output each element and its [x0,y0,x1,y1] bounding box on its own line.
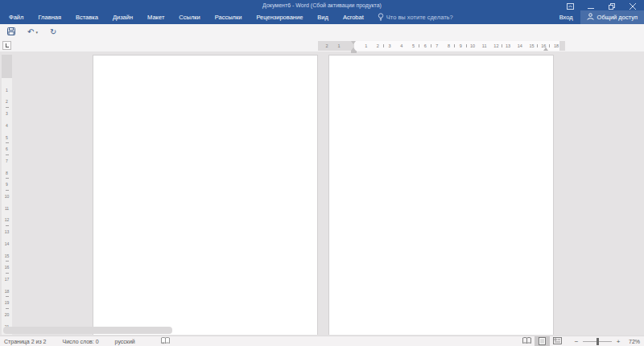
ruler-number: 10 [469,43,476,49]
web-layout-icon [553,337,562,345]
tell-me-label: Что вы хотите сделать? [386,14,453,21]
right-indent-marker[interactable] [543,45,548,51]
vertical-ruler-number: 15 [2,253,12,258]
tab-acrobat[interactable]: Acrobat [336,10,371,24]
page-indicator[interactable]: Страница 2 из 2 [0,339,54,344]
zoom-level[interactable]: 72% [623,339,644,344]
vertical-ruler-number: 20 [2,312,12,317]
sign-in-button[interactable]: Вход [552,14,580,21]
ribbon-tabs: ФайлГлавнаяВставкаДизайнМакетСсылкиРассы… [2,10,371,24]
undo-icon: ↶ [27,28,34,36]
zoom-out-button[interactable]: − [572,338,581,345]
print-layout-button[interactable] [535,336,550,346]
document-page-2[interactable] [328,55,554,335]
vertical-ruler-number: 8 [2,171,12,175]
share-button[interactable]: Общий доступ [580,10,644,24]
person-icon [587,13,594,22]
proofing-book-icon [161,337,170,345]
ruler-number: 11 [481,43,488,49]
print-layout-icon [539,337,546,346]
status-bar: Страница 2 из 2 Число слов: 0 русский [0,336,644,346]
tab-layout[interactable]: Макет [140,10,171,24]
tell-me-box[interactable]: Что вы хотите сделать? [378,13,453,23]
save-button[interactable] [7,27,15,37]
tab-home[interactable]: Главная [31,10,68,24]
vertical-ruler-number: 10 [2,194,12,199]
ruler-right-margin [559,41,565,51]
undo-button[interactable]: ↶ ▾ [27,28,38,36]
read-mode-button[interactable] [519,336,535,346]
ruler-number: 18 [553,43,559,49]
language-indicator[interactable]: русский [107,339,143,344]
vertical-ruler-number: 6 [2,146,12,151]
vertical-ruler-number: 9 [2,182,12,187]
document-page-1[interactable] [93,55,318,335]
quick-access-toolbar: ↶ ▾ ↻ [0,24,644,40]
tab-stop-selector[interactable] [2,41,11,50]
redo-icon: ↻ [50,28,56,36]
undo-dropdown-icon[interactable]: ▾ [35,28,38,36]
restore-icon [609,3,615,10]
vertical-ruler-number: 2 [2,99,12,104]
ruler-number: 8 [447,43,451,49]
vertical-ruler-number: 18 [2,289,12,294]
vertical-ruler-number: 13 [2,229,12,234]
vertical-ruler-number: 1 [2,88,12,93]
vertical-ruler-number: 5 [2,135,12,140]
ruler-number: 1 [364,43,368,49]
tab-view[interactable]: Вид [310,10,336,24]
vertical-ruler-number: 17 [2,277,12,282]
vertical-ruler-top-margin [2,55,12,78]
zoom-slider[interactable] [583,336,612,346]
horizontal-scrollbar-thumb[interactable] [3,327,172,334]
zoom-in-button[interactable]: + [613,338,623,345]
ruler-number: 9 [459,43,463,49]
vertical-ruler-number: 4 [2,123,12,128]
ribbon-tab-bar: ФайлГлавнаяВставкаДизайнМакетСсылкиРассы… [2,10,453,24]
tab-insert[interactable]: Вставка [68,10,105,24]
ruler-number: 7 [435,43,439,49]
web-layout-button[interactable] [550,336,565,346]
ruler-number: 2 [376,43,380,49]
share-label: Общий доступ [597,14,638,21]
tab-references[interactable]: Ссылки [171,10,207,24]
word-window: Документ6 - Word (Сбой активации продукт… [0,0,644,346]
hanging-indent-marker[interactable] [351,45,356,51]
left-indent-marker[interactable] [351,51,357,53]
status-bar-left: Страница 2 из 2 Число слов: 0 русский [0,337,170,345]
word-count[interactable]: Число слов: 0 [54,339,106,344]
ruler-number: 5 [411,43,415,49]
titlebar: Документ6 - Word (Сбой активации продукт… [0,0,644,24]
redo-button[interactable]: ↻ [50,28,56,36]
tab-design[interactable]: Дизайн [105,10,140,24]
vertical-ruler-number: 19 [2,300,12,305]
vertical-ruler[interactable]: 123456789101112131415161718192021 [2,55,12,335]
tab-mailings[interactable]: Рассылки [208,10,250,24]
vertical-ruler-number: 12 [2,217,12,222]
proofing-status-button[interactable] [161,337,170,345]
vertical-ruler-number: 7 [2,159,12,163]
ruler-number: 12 [493,43,499,49]
horizontal-ruler[interactable]: 211234567891011121314151618 [318,41,565,51]
account-area: Вход Общий доступ [552,10,644,24]
window-title: Документ6 - Word (Сбой активации продукт… [80,2,564,8]
zoom-controls: − + [572,336,623,346]
ruler-number: 14 [517,43,523,49]
save-icon [7,27,15,37]
ruler-number: 6 [423,43,427,49]
tab-review[interactable]: Рецензирование [249,10,310,24]
vertical-ruler-number: 3 [2,111,12,116]
lightbulb-icon [378,13,384,23]
ruler-number: 1 [336,43,341,49]
ruler-number: 13 [505,43,511,49]
ruler-number: 3 [388,43,392,49]
minimize-icon [588,3,594,10]
close-icon [630,3,636,10]
vertical-ruler-number: 11 [2,206,12,211]
ruler-number: 2 [324,43,328,49]
ruler-number: 4 [399,43,403,49]
tab-file[interactable]: Файл [2,10,31,24]
zoom-slider-thumb[interactable] [597,338,599,345]
left-tab-icon [6,43,9,47]
status-bar-right: − + 72% [519,336,644,346]
